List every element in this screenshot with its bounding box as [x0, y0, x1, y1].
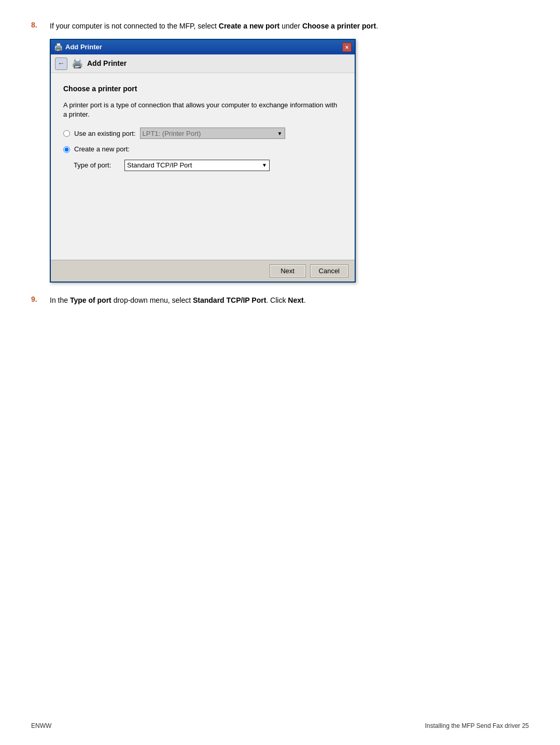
dialog-content: Choose a printer port A printer port is …	[51, 73, 355, 260]
create-new-port-row: Create a new port:	[63, 144, 342, 154]
existing-port-dropdown-arrow: ▼	[277, 130, 283, 137]
dialog-titlebar-left: 🖨️ Add Printer	[54, 42, 102, 52]
step-9-bold2: Standard TCP/IP Port	[193, 296, 266, 304]
dialog-navbar: ← 🖨️ Add Printer	[51, 54, 355, 73]
step-9-mid: drop-down menu, select	[111, 296, 193, 304]
step-9-text: In the Type of port drop-down menu, sele…	[50, 295, 529, 306]
printer-title-icon: 🖨️	[54, 43, 62, 51]
step-9-final: .	[304, 296, 306, 304]
footer-left: ENWW	[31, 722, 51, 729]
nav-printer-icon: 🖨️	[72, 57, 83, 71]
port-type-dropdown-arrow: ▼	[262, 161, 267, 169]
section-title: Choose a printer port	[63, 83, 342, 94]
step-9-bold3: Next	[288, 296, 303, 304]
step-9-end: . Click	[266, 296, 288, 304]
step-8-text: If your computer is not connected to the…	[50, 21, 529, 283]
step-9-bold1: Type of port	[70, 296, 111, 304]
add-printer-dialog: 🖨️ Add Printer × ← 🖨️ Add Printer Choose…	[50, 39, 356, 283]
description-text: A printer port is a type of connection t…	[63, 101, 342, 119]
step-8-plain: If your computer is not connected to the…	[50, 22, 219, 30]
step-8-bold2: Choose a printer port	[302, 22, 376, 30]
footer-right: Installing the MFP Send Fax driver 25	[425, 722, 529, 729]
use-existing-port-row: Use an existing port: LPT1: (Printer Por…	[63, 128, 342, 139]
dialog-close-button[interactable]: ×	[342, 43, 352, 52]
use-existing-port-label[interactable]: Use an existing port:	[74, 129, 136, 139]
step-9-plain: In the	[50, 296, 70, 304]
step-9-number: 9.	[31, 295, 41, 306]
existing-port-dropdown: LPT1: (Printer Port) ▼	[140, 128, 285, 139]
step-8: 8. If your computer is not connected to …	[31, 21, 529, 283]
port-type-dropdown[interactable]: Standard TCP/IP Port ▼	[124, 160, 270, 171]
step-9: 9. In the Type of port drop-down menu, s…	[31, 295, 529, 306]
dialog-title: Add Printer	[65, 42, 102, 52]
create-new-port-radio[interactable]	[63, 146, 70, 153]
step-8-bold1: Create a new port	[219, 22, 279, 30]
nav-title: Add Printer	[87, 58, 127, 69]
dialog-footer: Next Cancel	[51, 260, 355, 282]
step-8-number: 8.	[31, 21, 41, 283]
create-new-port-label[interactable]: Create a new port:	[74, 144, 130, 154]
port-type-label: Type of port:	[74, 160, 120, 171]
back-button[interactable]: ←	[55, 58, 67, 70]
cancel-button[interactable]: Cancel	[310, 264, 348, 277]
port-type-value: Standard TCP/IP Port	[127, 160, 192, 171]
dialog-titlebar: 🖨️ Add Printer ×	[51, 40, 355, 54]
step-8-end: .	[376, 22, 378, 30]
type-of-port-row: Type of port: Standard TCP/IP Port ▼	[74, 160, 342, 171]
existing-port-value: LPT1: (Printer Port)	[143, 129, 201, 139]
page-footer: ENWW Installing the MFP Send Fax driver …	[31, 722, 529, 729]
step-8-mid: under	[279, 22, 302, 30]
next-button[interactable]: Next	[270, 264, 306, 277]
use-existing-port-radio[interactable]	[63, 130, 70, 137]
